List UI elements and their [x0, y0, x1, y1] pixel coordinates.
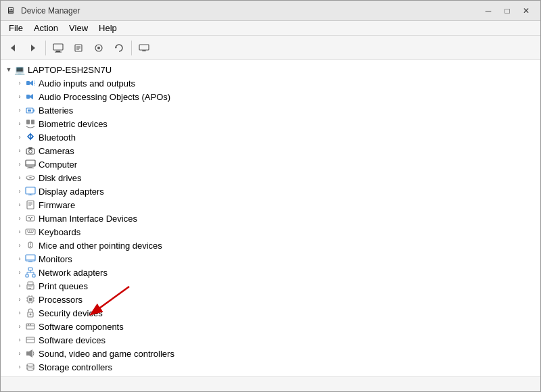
- software-devices-icon: [25, 335, 36, 345]
- expand-icon[interactable]: ›: [14, 362, 25, 372]
- tree-item-security[interactable]: › Security devices: [1, 306, 540, 320]
- svg-rect-86: [26, 337, 34, 343]
- tree-item-hid[interactable]: › Human Interface Devices: [1, 212, 540, 225]
- item-label: Display adapters: [39, 187, 104, 197]
- tree-item-network[interactable]: › Network adapters: [1, 266, 540, 279]
- expand-icon[interactable]: ›: [14, 375, 25, 376]
- svg-rect-48: [27, 230, 28, 232]
- driver-button[interactable]: [89, 39, 108, 57]
- mouse-icon: [25, 240, 36, 251]
- tree-item-software-components[interactable]: › Software components: [1, 320, 540, 333]
- svg-rect-47: [26, 229, 35, 235]
- expand-icon[interactable]: ›: [14, 335, 25, 345]
- tree-item-keyboards[interactable]: › Keyboards: [1, 225, 540, 239]
- tree-item-sound[interactable]: › Sound, video and game controllers: [1, 347, 540, 360]
- svg-rect-25: [26, 120, 30, 124]
- expand-icon[interactable]: ›: [14, 91, 25, 102]
- expand-icon[interactable]: ›: [14, 348, 25, 359]
- maximize-button[interactable]: □: [498, 4, 516, 18]
- expand-icon[interactable]: ›: [14, 267, 25, 278]
- tree-item-software-devices[interactable]: › Software devices: [1, 333, 540, 347]
- window-controls: ─ □ ✕: [479, 4, 535, 18]
- svg-marker-16: [30, 80, 33, 86]
- tree-item-firmware[interactable]: › Firmware: [1, 198, 540, 212]
- svg-rect-59: [28, 268, 32, 270]
- tree-item-batteries[interactable]: › Batteries: [1, 103, 540, 117]
- svg-rect-61: [32, 274, 35, 277]
- expand-icon[interactable]: ›: [14, 321, 25, 332]
- expand-icon[interactable]: ›: [14, 132, 25, 143]
- expand-icon[interactable]: ›: [14, 240, 25, 251]
- svg-rect-46: [30, 218, 31, 220]
- scan-button[interactable]: [110, 39, 128, 57]
- keyboard-icon: [25, 226, 36, 237]
- expand-icon[interactable]: ›: [14, 199, 25, 210]
- tree-item-computer[interactable]: › Computer: [1, 157, 540, 171]
- expand-icon[interactable]: ›: [14, 213, 25, 224]
- menu-help[interactable]: Help: [93, 22, 122, 34]
- root-expand[interactable]: ▼: [3, 64, 14, 75]
- expand-icon[interactable]: ›: [14, 294, 25, 305]
- expand-icon[interactable]: ›: [14, 253, 25, 264]
- tree-item-disk-drives[interactable]: › Disk drives: [1, 171, 540, 185]
- monitor-button[interactable]: [135, 39, 154, 57]
- item-icon: [25, 172, 36, 183]
- svg-rect-69: [28, 288, 31, 289]
- item-label: Computer: [39, 160, 77, 170]
- forward-button[interactable]: [24, 39, 43, 57]
- expand-icon[interactable]: ›: [14, 145, 25, 156]
- expand-icon[interactable]: ›: [14, 226, 25, 237]
- tree-item-apo[interactable]: › Audio Processing Objects (APOs): [1, 90, 540, 103]
- svg-point-93: [27, 368, 34, 370]
- menu-action[interactable]: Action: [28, 22, 64, 34]
- tree-item-print[interactable]: › Print queues: [1, 279, 540, 293]
- printer-icon: [25, 280, 36, 291]
- item-label: Audio Processing Objects (APOs): [39, 92, 170, 102]
- root-label: LAPTOP-ESH2SN7U: [28, 65, 112, 75]
- svg-rect-23: [33, 109, 34, 112]
- item-label: Network adapters: [39, 268, 108, 278]
- tree-item-processors[interactable]: › Processors: [1, 293, 540, 306]
- system-icon: [25, 375, 36, 376]
- expand-icon[interactable]: ›: [14, 118, 25, 129]
- svg-rect-60: [26, 274, 28, 277]
- expand-icon[interactable]: ›: [14, 159, 25, 170]
- tree-item-monitors[interactable]: › Monitors: [1, 252, 540, 266]
- expand-icon[interactable]: ›: [14, 280, 25, 291]
- tree-item-mice[interactable]: › Mice and other pointing devices: [1, 239, 540, 252]
- expand-icon[interactable]: ›: [14, 308, 25, 318]
- svg-marker-89: [29, 349, 32, 358]
- window-icon: 🖥: [6, 5, 17, 16]
- tree-item-system-devices[interactable]: › System devices: [1, 374, 540, 376]
- computer-button[interactable]: [49, 39, 68, 57]
- tree-item-bluetooth[interactable]: › Bluetooth: [1, 130, 540, 144]
- sound-icon: [25, 348, 36, 359]
- menu-file[interactable]: File: [3, 22, 28, 34]
- item-label: Disk drives: [39, 173, 82, 183]
- tree-item-display[interactable]: › Display adapters: [1, 185, 540, 198]
- item-label: System devices: [39, 376, 100, 377]
- minimize-button[interactable]: ─: [479, 4, 497, 18]
- tree-item-storage[interactable]: › Storage controllers: [1, 360, 540, 374]
- item-label: Biometric devices: [39, 119, 108, 129]
- tree-root[interactable]: ▼ 💻 LAPTOP-ESH2SN7U: [1, 63, 540, 76]
- expand-icon[interactable]: ›: [14, 105, 25, 116]
- svg-rect-2: [53, 44, 63, 50]
- item-label: Storage controllers: [39, 362, 112, 372]
- item-label: Keyboards: [39, 227, 80, 237]
- properties-button[interactable]: [69, 39, 88, 57]
- tree-item-audio-inputs[interactable]: › Audio inputs and outputs: [1, 76, 540, 90]
- expand-icon[interactable]: ›: [14, 186, 25, 197]
- root-icon: 💻: [14, 64, 25, 75]
- expand-icon[interactable]: ›: [14, 172, 25, 183]
- item-label: Bluetooth: [39, 132, 76, 143]
- expand-icon[interactable]: ›: [14, 78, 25, 89]
- close-button[interactable]: ✕: [517, 4, 535, 18]
- content-area: ▼ 💻 LAPTOP-ESH2SN7U › Audio inputs and o…: [1, 60, 540, 376]
- item-label: Firmware: [39, 200, 75, 210]
- item-icon: [25, 159, 36, 170]
- tree-item-cameras[interactable]: › Cameras: [1, 144, 540, 157]
- back-button[interactable]: [3, 39, 22, 57]
- menu-view[interactable]: View: [64, 22, 93, 34]
- tree-item-biometric[interactable]: › Biometric devices: [1, 117, 540, 130]
